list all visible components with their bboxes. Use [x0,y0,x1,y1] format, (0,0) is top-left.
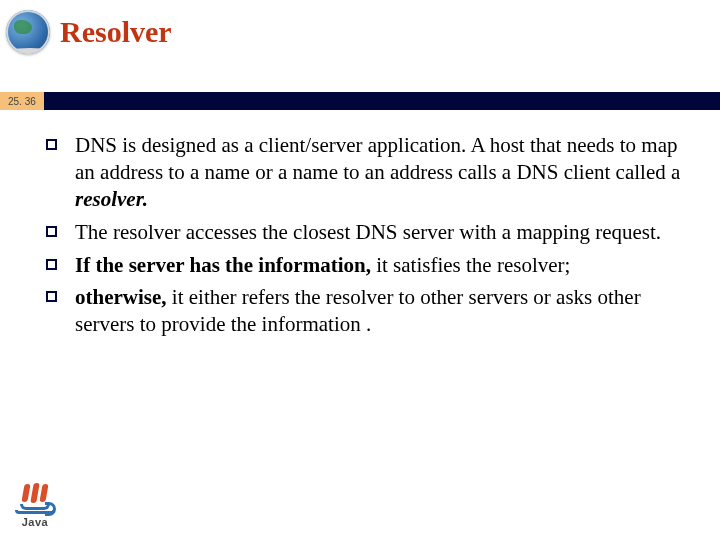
list-item: otherwise, it either refers the resolver… [46,284,690,338]
bullet-icon [46,259,57,270]
list-item-text: If the server has the information, it sa… [75,252,570,279]
java-logo: Java [12,484,58,528]
list-item: The resolver accesses the closest DNS se… [46,219,690,246]
slide-title: Resolver [60,15,172,49]
list-item: DNS is designed as a client/server appli… [46,132,690,213]
list-item-text: The resolver accesses the closest DNS se… [75,219,661,246]
bullet-icon [46,291,57,302]
body: DNS is designed as a client/server appli… [46,132,690,344]
list-item-text: otherwise, it either refers the resolver… [75,284,690,338]
accent-band [0,92,720,110]
cup-icon [20,504,50,510]
header: Resolver [0,8,720,56]
steam-icon [21,484,49,502]
slide: Resolver 25. 36 DNS is designed as a cli… [0,0,720,540]
java-label: Java [12,516,58,528]
globe-icon [6,10,50,54]
list-item: If the server has the information, it sa… [46,252,690,279]
bullet-icon [46,139,57,150]
list-item-text: DNS is designed as a client/server appli… [75,132,690,213]
page-number-badge: 25. 36 [0,92,44,110]
bullet-icon [46,226,57,237]
